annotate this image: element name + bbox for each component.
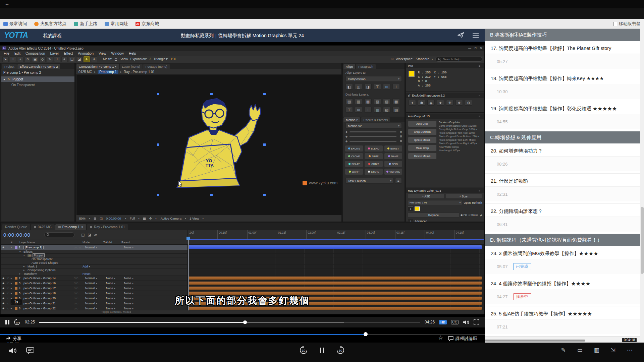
layer-switches[interactable]: ◻ ◻ [74, 307, 85, 310]
share-button[interactable]: 分享 [5, 336, 21, 342]
favorite-star-icon[interactable]: ☆ [438, 334, 443, 341]
menu-edit[interactable]: Edit [14, 51, 20, 55]
mask-mode-dropdown[interactable]: Add ▾ [83, 265, 90, 268]
mask-crop-button[interactable]: Mask Crop [408, 145, 437, 151]
motion-button-spin[interactable]: SPIN [384, 161, 402, 167]
course-item-23[interactable]: 23. 3 個常被問到的MG效果教學【操作】★★★★ 05:07已完成 [485, 246, 640, 276]
subtitle-card-icon[interactable]: ▭ [577, 347, 583, 354]
expander-icon[interactable]: ▾ [23, 254, 28, 257]
panel-menu-icon[interactable]: ≡ [477, 114, 482, 119]
tab-effects-presets[interactable]: Effects & Presets [361, 117, 390, 122]
bookmark-common-sites[interactable]: 常用网址 [105, 21, 128, 27]
selection-tool-icon[interactable]: ➤ [2, 56, 9, 62]
menu-composition[interactable]: Composition [25, 51, 45, 55]
selection-handle[interactable] [263, 194, 266, 196]
timeline-layer-row[interactable]: ◉ ◻ ▾ 1 [Pre-comp 2] ◻ ◻ ◻ Normal ▾ None… [1, 245, 484, 250]
scrollbar-thumb[interactable] [641, 207, 644, 274]
layer-duration-bar[interactable] [189, 287, 482, 290]
expander-icon[interactable]: ▸ [11, 287, 15, 290]
crumb-0425mg[interactable]: 0425 MG [78, 70, 92, 74]
timeline-prop-row[interactable]: Auto-traced Shapes [1, 261, 484, 265]
bookmark-getting-started[interactable]: 新手上路 [74, 21, 97, 27]
panel-menu-icon[interactable]: ≡ [477, 188, 482, 193]
solo-icon[interactable]: ◻ [6, 277, 11, 280]
effect-prop-on-transparent[interactable]: On Transparent [1, 82, 74, 88]
layer-name[interactable]: peo Outlines - Group 14 [23, 277, 74, 280]
bookmark-jd[interactable]: JD京东商城 [136, 21, 159, 27]
mobile-bookmarks[interactable]: 移动版书签 [613, 21, 641, 27]
chevron-down-icon[interactable]: ▾ [432, 58, 433, 61]
tab-composition[interactable]: Composition Pre-comp 1 × [76, 64, 119, 69]
align-left-icon[interactable]: ◧ [345, 84, 353, 89]
tab-layer[interactable]: Layer (none) [120, 64, 143, 69]
blend-mode-dropdown[interactable]: Normal ▾ [85, 287, 106, 290]
align-target-dropdown[interactable]: Composition ▾ [345, 76, 402, 82]
effect-row-puppet[interactable]: ▾ fx Puppet [1, 76, 74, 82]
notes-pencil-icon[interactable]: ✎ [561, 347, 566, 354]
layer-name[interactable]: peo Outlines - Group 17 [23, 287, 74, 290]
layer-color-chip[interactable] [15, 287, 17, 290]
timeline-prop-row[interactable]: ▸TransformReset [1, 272, 484, 276]
distribute-icon[interactable]: ▨ [383, 99, 390, 104]
composition-viewer[interactable]: YO TTA www.zycku.com [76, 75, 341, 215]
skip-forward-30-button[interactable]: 30 [336, 346, 345, 355]
item-title[interactable]: 21. 什麼是好動態 [485, 174, 640, 186]
motion-button-blend[interactable]: BLEND [364, 145, 383, 152]
layer-switches[interactable]: ◻ ◻ ◻ [74, 246, 85, 249]
fill-radio[interactable]: ◉Fill [461, 214, 467, 217]
timeline-layer-row[interactable]: ◉◻▸2peo Outlines - Group 14◻ ◻Normal ▾No… [1, 276, 484, 281]
hand-tool-icon[interactable]: ✛ [10, 56, 16, 62]
layer-switches[interactable]: ◻ ◻ [74, 282, 85, 285]
mesh-show-checkbox[interactable]: ◻ [114, 57, 117, 61]
menu-effect[interactable]: Effect [64, 51, 73, 55]
layer-name[interactable]: [Pre-comp 2] [23, 246, 44, 249]
comp-mini-flowchart-icon[interactable]: ◱ [81, 233, 85, 237]
triangles-value[interactable]: 150 [170, 57, 176, 61]
hd-badge[interactable]: HD [439, 320, 446, 324]
time-ruler[interactable]: :00f 00:15f 01:00f 01:15f 02:00f 02:15f … [187, 230, 484, 239]
ray-refresh-link[interactable]: Refresh [472, 201, 482, 204]
course-item-17[interactable]: 17. 詢問度超高的手繪動畫【拆解】The Planet Gift story … [485, 41, 640, 71]
selection-handle[interactable] [210, 93, 213, 95]
parent-dropdown[interactable]: None ▾ [124, 307, 146, 310]
selection-handle[interactable] [157, 143, 159, 146]
close-icon[interactable]: ✕ [480, 47, 482, 50]
search-help-box[interactable]: Search Help [435, 57, 482, 62]
expander-icon[interactable]: ▸ [23, 265, 28, 268]
course-item-25[interactable]: 25. 5 個AE仿手繪技巧教學【操作】★★★★★ 07:21 [485, 306, 640, 337]
snapshot-icon[interactable]: ◔ [124, 217, 126, 220]
course-item-21[interactable]: 21. 什麼是好動態 02:31 [485, 174, 640, 204]
trkmat-dropdown[interactable]: None ▾ [106, 282, 124, 285]
distribute-icon[interactable]: ▥ [355, 99, 362, 104]
ray-replace-button[interactable]: Replace [408, 213, 459, 218]
volume-icon[interactable] [463, 320, 469, 325]
gear-icon[interactable]: ⚙ [465, 100, 472, 106]
timeline-prop-row[interactable]: ▾fx Puppet [1, 254, 484, 257]
zoom-level[interactable]: 50% [79, 217, 86, 220]
course-item-24[interactable]: 24. 4 個讓你效率翻倍的絕招【操作】★★★★ 04:27播放中 [485, 276, 640, 306]
selection-handle[interactable] [210, 194, 213, 196]
bookmark-most-visited[interactable]: 最常访问 [3, 21, 27, 27]
align-top-icon[interactable]: ⊤ [374, 84, 381, 89]
horizontal-scrollbar-thumb[interactable] [485, 340, 585, 342]
selection-handle[interactable] [263, 143, 266, 146]
distribute-icon[interactable]: ▤ [345, 99, 353, 104]
blend-mode-dropdown[interactable]: Normal ▾ [85, 277, 106, 280]
motion-button-delay[interactable]: DELAY [345, 161, 363, 167]
panel-menu-icon[interactable]: ≡ [477, 64, 482, 68]
layer-switches[interactable]: ◻ ◻ [74, 287, 85, 290]
fullscreen-icon[interactable] [474, 319, 479, 325]
layer-duration-bar[interactable] [189, 277, 482, 280]
zoom-tool-icon[interactable]: ⌖ [17, 56, 23, 62]
parent-dropdown[interactable]: None ▾ [124, 277, 146, 280]
motion-button-clone[interactable]: CLONE [345, 153, 363, 160]
tab-0425mg[interactable]: 0425 MG [31, 224, 55, 230]
layer-color-chip[interactable] [15, 307, 17, 310]
camera-value[interactable]: Active Camera [161, 217, 181, 220]
layer-duration-bar[interactable] [189, 245, 482, 249]
chevron-down-icon[interactable]: ▾ [89, 217, 90, 220]
distribute-icon[interactable]: ⊞ [355, 107, 362, 113]
explode-tool-icon[interactable]: ❖ [455, 100, 463, 106]
pause-button[interactable] [5, 320, 9, 324]
layer-duration-bar[interactable] [189, 282, 482, 285]
